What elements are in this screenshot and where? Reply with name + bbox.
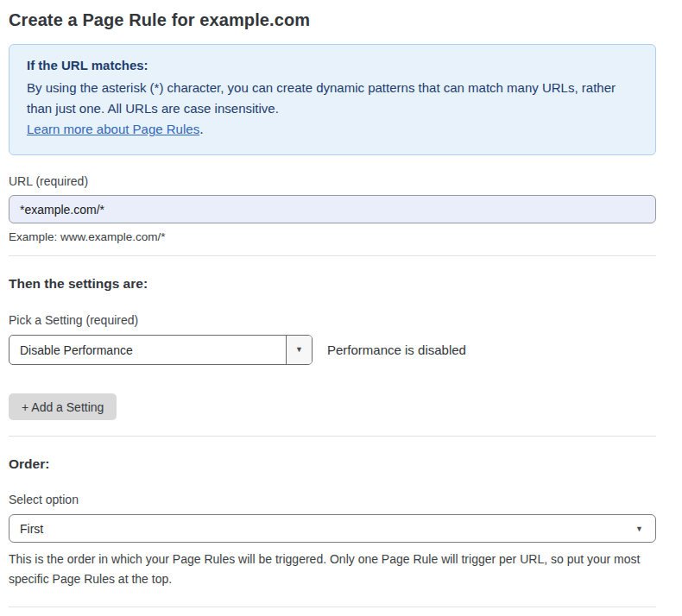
callout-link-line: Learn more about Page Rules.	[27, 119, 638, 140]
settings-section-heading: Then the settings are:	[9, 276, 656, 292]
order-select[interactable]: First ▼	[9, 514, 656, 543]
order-helper-text: This is the order in which your Page Rul…	[9, 550, 652, 589]
setting-select-arrow-button[interactable]: ▼	[286, 336, 312, 364]
setting-status-text: Performance is disabled	[327, 343, 466, 357]
setting-row: Disable Performance ▼ Performance is dis…	[9, 335, 656, 365]
divider	[9, 607, 656, 607]
order-section-heading: Order:	[9, 456, 656, 472]
order-select-value: First	[20, 522, 43, 536]
pick-setting-label: Pick a Setting (required)	[9, 313, 656, 327]
create-page-rule-panel: Create a Page Rule for example.com If th…	[0, 0, 682, 616]
url-input[interactable]	[9, 195, 656, 223]
add-setting-button[interactable]: + Add a Setting	[9, 393, 117, 420]
url-example-helper: Example: www.example.com/*	[9, 230, 656, 243]
link-suffix-period: .	[199, 122, 203, 136]
setting-select-value: Disable Performance	[9, 336, 286, 364]
setting-select[interactable]: Disable Performance ▼	[9, 335, 313, 365]
url-match-info-callout: If the URL matches: By using the asteris…	[9, 44, 656, 155]
callout-body-text: By using the asterisk (*) character, you…	[27, 78, 638, 119]
page-title: Create a Page Rule for example.com	[9, 10, 656, 30]
divider	[9, 255, 656, 256]
chevron-down-icon: ▼	[295, 346, 303, 354]
learn-more-link[interactable]: Learn more about Page Rules	[27, 122, 199, 136]
callout-heading: If the URL matches:	[27, 58, 638, 72]
chevron-down-icon: ▼	[635, 525, 643, 533]
order-select-label: Select option	[9, 493, 656, 506]
url-field-label: URL (required)	[9, 174, 656, 188]
divider	[9, 436, 656, 437]
